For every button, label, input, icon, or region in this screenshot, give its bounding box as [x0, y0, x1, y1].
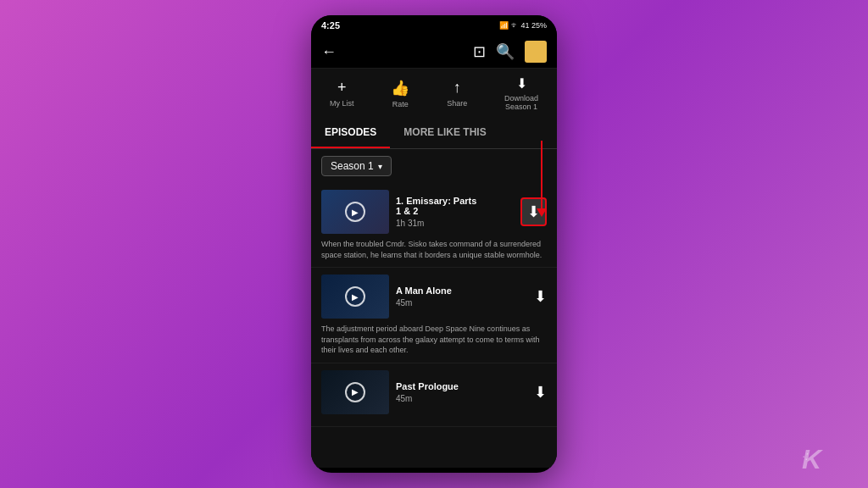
episode-info-2: A Man Alone 45m	[396, 286, 527, 308]
episode-duration-3: 45m	[396, 394, 527, 403]
status-indicator: 📶 ᯤ 41 25%	[499, 21, 547, 30]
phone-frame: 4:25 📶 ᯤ 41 25% ← ⊡ 🔍 + My List 👍 Rate	[311, 15, 557, 473]
episode-thumb-1[interactable]: ▶	[321, 190, 389, 234]
my-list-button[interactable]: + My List	[330, 79, 354, 108]
arrow-head	[537, 208, 547, 217]
episode-duration-2: 45m	[396, 298, 527, 308]
episode-thumb-2[interactable]: ▶	[321, 274, 389, 319]
episode-title-3: Past Prologue	[396, 381, 527, 391]
download-episode-3-icon: ⬇	[534, 384, 547, 401]
back-button[interactable]: ←	[321, 43, 337, 61]
tab-episodes[interactable]: EPISODES	[311, 118, 390, 148]
episode-item-1: ▶ 1. Emissary: Parts1 & 2 1h 31m ⬇ When …	[311, 183, 557, 268]
thumbs-up-icon: 👍	[391, 79, 409, 97]
my-list-label: My List	[330, 99, 354, 108]
dropdown-arrow-icon: ▾	[378, 162, 382, 171]
episode-row-2: ▶ A Man Alone 45m ⬇	[321, 274, 547, 319]
tab-more-like-this[interactable]: MORE LIKE THIS	[390, 118, 499, 148]
download-icon: ⬇	[516, 75, 527, 92]
episode-row-1: ▶ 1. Emissary: Parts1 & 2 1h 31m ⬇	[321, 190, 547, 234]
episode-title-1: 1. Emissary: Parts1 & 2	[396, 196, 514, 216]
episode-title-2: A Man Alone	[396, 286, 527, 296]
play-button-2[interactable]: ▶	[345, 286, 365, 307]
rate-label: Rate	[392, 100, 409, 108]
season-label: Season 1	[331, 160, 374, 172]
episode-row-3: ▶ Past Prologue 45m ⬇	[321, 370, 547, 414]
episode-thumb-3[interactable]: ▶	[321, 370, 389, 414]
episode-info-3: Past Prologue 45m	[396, 381, 527, 403]
share-icon: ↑	[453, 79, 461, 97]
action-bar: + My List 👍 Rate ↑ Share ⬇ DownloadSeaso…	[311, 69, 557, 118]
share-label: Share	[447, 99, 467, 108]
season-selector: Season 1 ▾	[311, 149, 557, 183]
episode-duration-1: 1h 31m	[396, 219, 514, 228]
play-button-1[interactable]: ▶	[345, 202, 365, 222]
episode-desc-1: When the troubled Cmdr. Sisko takes comm…	[321, 239, 547, 260]
background: 4:25 📶 ᯤ 41 25% ← ⊡ 🔍 + My List 👍 Rate	[311, 15, 557, 473]
thumb-overlay-1: ▶	[321, 190, 389, 234]
add-icon: +	[337, 79, 347, 97]
top-nav: ← ⊡ 🔍	[311, 36, 557, 69]
tabs-bar: EPISODES MORE LIKE THIS	[311, 118, 557, 149]
content-area: Season 1 ▾ ▶ 1. Emissary: Parts1 & 2 1h …	[311, 149, 557, 468]
search-icon[interactable]: 🔍	[496, 42, 515, 61]
download-label: DownloadSeason 1	[504, 94, 538, 111]
status-time: 4:25	[321, 20, 340, 30]
download-episode-2-icon: ⬇	[534, 288, 547, 305]
episode-item-3: ▶ Past Prologue 45m ⬇	[311, 363, 557, 427]
cast-icon[interactable]: ⊡	[473, 42, 486, 61]
download-episode-2-button[interactable]: ⬇	[534, 287, 547, 306]
download-season-button[interactable]: ⬇ DownloadSeason 1	[504, 75, 538, 111]
nav-right-group: ⊡ 🔍	[473, 41, 547, 63]
thumb-overlay-2: ▶	[321, 274, 389, 319]
status-icons: 📶 ᯤ 41 25%	[499, 21, 547, 30]
download-episode-3-button[interactable]: ⬇	[534, 383, 547, 402]
arrow-annotation	[537, 141, 547, 217]
watermark-k: K	[802, 444, 821, 475]
episode-desc-2: The adjustment period aboard Deep Space …	[321, 324, 547, 356]
avatar[interactable]	[525, 41, 547, 63]
share-button[interactable]: ↑ Share	[447, 79, 467, 108]
episode-item-2: ▶ A Man Alone 45m ⬇ The adjustment perio…	[311, 268, 557, 363]
season-dropdown[interactable]: Season 1 ▾	[321, 156, 392, 176]
episode-info-1: 1. Emissary: Parts1 & 2 1h 31m	[396, 196, 514, 228]
rate-button[interactable]: 👍 Rate	[391, 79, 409, 108]
status-bar: 4:25 📶 ᯤ 41 25%	[311, 15, 557, 36]
arrow-line	[541, 141, 542, 208]
thumb-overlay-3: ▶	[321, 370, 389, 414]
play-button-3[interactable]: ▶	[345, 382, 365, 402]
